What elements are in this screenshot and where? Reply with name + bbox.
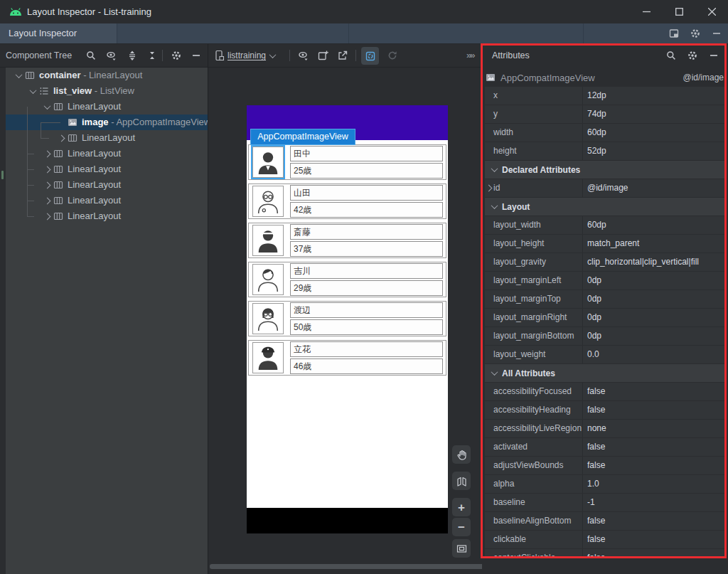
zoom-in-button[interactable]: + bbox=[452, 498, 471, 516]
zoom-to-fit-button[interactable] bbox=[452, 539, 471, 558]
maximize-button[interactable] bbox=[663, 0, 695, 23]
attr-row-adjustViewBounds[interactable]: adjustViewBoundsfalse bbox=[485, 457, 727, 475]
name-field: 立花 bbox=[290, 341, 443, 357]
tree-node-label: container - LinearLayout bbox=[39, 68, 142, 83]
attr-row-layout_marginLeft[interactable]: layout_marginLeft0dp bbox=[485, 272, 727, 290]
device-screen[interactable]: 田中25歳山田42歳斎藤37歳吉川29歳渡辺50歳立花46歳 AppCompat… bbox=[247, 105, 448, 533]
tree-expander-icon[interactable] bbox=[41, 183, 53, 188]
tab-layout-inspector[interactable]: Layout Inspector bbox=[0, 23, 117, 43]
tree-expander-icon[interactable] bbox=[41, 152, 53, 156]
attr-row-width[interactable]: width60dp bbox=[485, 124, 727, 142]
view-options-icon[interactable] bbox=[105, 50, 117, 61]
attr-row-clickable[interactable]: clickablefalse bbox=[485, 531, 727, 549]
attr-row-layout_gravity[interactable]: layout_gravityclip_horizontal|clip_verti… bbox=[485, 253, 727, 272]
section-label: Declared Attributes bbox=[502, 165, 580, 175]
tab-divider bbox=[583, 23, 584, 43]
tree-node-linearlayout[interactable]: LinearLayout bbox=[6, 99, 208, 115]
attr-row-layout_width[interactable]: layout_width60dp bbox=[485, 216, 727, 235]
attr-row-y[interactable]: y74dp bbox=[485, 105, 727, 124]
attr-label: x bbox=[485, 87, 583, 105]
list-item[interactable]: 吉川29歳 bbox=[248, 262, 446, 297]
tree-guide-line bbox=[27, 185, 34, 186]
restore-layout-icon[interactable] bbox=[668, 28, 680, 39]
close-button[interactable] bbox=[695, 0, 728, 23]
collapse-all-icon[interactable] bbox=[146, 50, 158, 61]
tree-node-linearlayout[interactable]: LinearLayout bbox=[6, 161, 208, 177]
tree-expander-icon[interactable] bbox=[41, 167, 53, 172]
gear-icon[interactable] bbox=[687, 50, 698, 61]
tree-node-linearlayout[interactable]: LinearLayout bbox=[6, 208, 208, 224]
attr-row-activated[interactable]: activatedfalse bbox=[485, 438, 727, 457]
view-options-icon[interactable] bbox=[297, 50, 309, 61]
name-field: 渡辺 bbox=[290, 302, 443, 318]
snapshot-icon[interactable] bbox=[317, 50, 328, 61]
attr-row-layout_marginTop[interactable]: layout_marginTop0dp bbox=[485, 290, 727, 309]
search-icon[interactable] bbox=[85, 50, 97, 61]
attr-row-height[interactable]: height52dp bbox=[485, 142, 727, 161]
list-item[interactable]: 田中25歳 bbox=[248, 144, 446, 180]
attr-row-contextClickable[interactable]: contextClickablefalse bbox=[485, 549, 727, 558]
gear-icon[interactable] bbox=[690, 28, 701, 39]
tree-expander-icon[interactable] bbox=[41, 214, 53, 219]
attr-row-accessibilityHeading[interactable]: accessibilityHeadingfalse bbox=[485, 401, 727, 420]
attr-row-baselineAlignBottom[interactable]: baselineAlignBottomfalse bbox=[485, 512, 727, 531]
attr-row-baseline[interactable]: baseline-1 bbox=[485, 494, 727, 512]
minimize-button[interactable] bbox=[630, 0, 663, 23]
hide-icon[interactable] bbox=[711, 28, 722, 39]
tree-node-linearlayout[interactable]: LinearLayout bbox=[6, 177, 208, 193]
refresh-icon[interactable] bbox=[387, 50, 398, 61]
image-view-icon bbox=[485, 72, 496, 83]
toolbar-overflow-icon[interactable]: »» bbox=[466, 44, 473, 67]
tree-node-linearlayout[interactable]: LinearLayout bbox=[6, 193, 208, 208]
hide-icon[interactable] bbox=[191, 50, 202, 61]
tree-expander-icon[interactable] bbox=[41, 105, 53, 110]
attr-value: false bbox=[583, 512, 727, 530]
expand-all-icon[interactable] bbox=[127, 50, 138, 61]
attr-expander-icon[interactable] bbox=[486, 185, 493, 192]
zoom-out-button[interactable]: − bbox=[452, 518, 471, 536]
tree-node-linearlayout[interactable]: LinearLayout bbox=[6, 146, 208, 161]
title-bar: Layout Inspector - List-training bbox=[0, 0, 728, 23]
live-updates-toggle[interactable] bbox=[361, 47, 379, 65]
tree-expander-icon[interactable] bbox=[13, 73, 24, 78]
attr-label: layout_marginRight bbox=[485, 309, 583, 326]
toolbar-separator bbox=[355, 50, 356, 61]
pan-button[interactable] bbox=[452, 445, 471, 464]
name-field: 山田 bbox=[290, 185, 443, 201]
attr-row-layout_marginBottom[interactable]: layout_marginBottom0dp bbox=[485, 327, 727, 346]
tree-node-linearlayout[interactable]: LinearLayout bbox=[6, 130, 208, 146]
attr-row-accessibilityFocused[interactable]: accessibilityFocusedfalse bbox=[485, 383, 727, 401]
toolbar-separator bbox=[289, 50, 290, 61]
attr-row-accessibilityLiveRegion[interactable]: accessibilityLiveRegionnone bbox=[485, 420, 727, 438]
age-field: 37歳 bbox=[290, 241, 443, 257]
attr-row-alpha[interactable]: alpha1.0 bbox=[485, 475, 727, 494]
tree-node-list_view[interactable]: list_view - ListView bbox=[6, 83, 208, 99]
attr-row-id[interactable]: id@id/image bbox=[485, 179, 727, 198]
process-selector[interactable]: listtraining bbox=[213, 48, 275, 63]
attr-row-x[interactable]: x12dp bbox=[485, 87, 727, 105]
hide-icon[interactable] bbox=[708, 50, 719, 61]
list-item[interactable]: 渡辺50歳 bbox=[248, 301, 446, 336]
search-icon[interactable] bbox=[665, 50, 677, 61]
tree-node-container[interactable]: container - LinearLayout bbox=[6, 68, 208, 83]
tree-node-image[interactable]: image - AppCompatImageView bbox=[6, 115, 208, 130]
attr-row-layout_weight[interactable]: layout_weight0.0 bbox=[485, 346, 727, 364]
section-header-layout[interactable]: Layout bbox=[485, 198, 727, 216]
stripe-marker bbox=[1, 171, 4, 179]
attr-row-layout_marginRight[interactable]: layout_marginRight0dp bbox=[485, 309, 727, 327]
attr-label: accessibilityLiveRegion bbox=[485, 420, 583, 437]
attr-row-layout_height[interactable]: layout_heightmatch_parent bbox=[485, 235, 727, 253]
tree-expander-icon[interactable] bbox=[27, 89, 38, 94]
export-icon[interactable] bbox=[337, 50, 348, 61]
tree-expander-icon[interactable] bbox=[55, 136, 67, 141]
tree-expander-icon[interactable] bbox=[41, 198, 53, 203]
section-header-all-attributes[interactable]: All Attributes bbox=[485, 364, 727, 383]
businessman-avatar[interactable] bbox=[252, 147, 284, 178]
list-item[interactable]: 立花46歳 bbox=[248, 340, 446, 376]
list-item[interactable]: 斎藤37歳 bbox=[248, 223, 446, 258]
gear-icon[interactable] bbox=[171, 50, 182, 61]
list-item[interactable]: 山田42歳 bbox=[248, 184, 446, 219]
3d-mode-button[interactable] bbox=[452, 472, 471, 490]
section-header-declared-attributes[interactable]: Declared Attributes bbox=[485, 161, 727, 179]
tree-guide-line bbox=[27, 216, 34, 217]
